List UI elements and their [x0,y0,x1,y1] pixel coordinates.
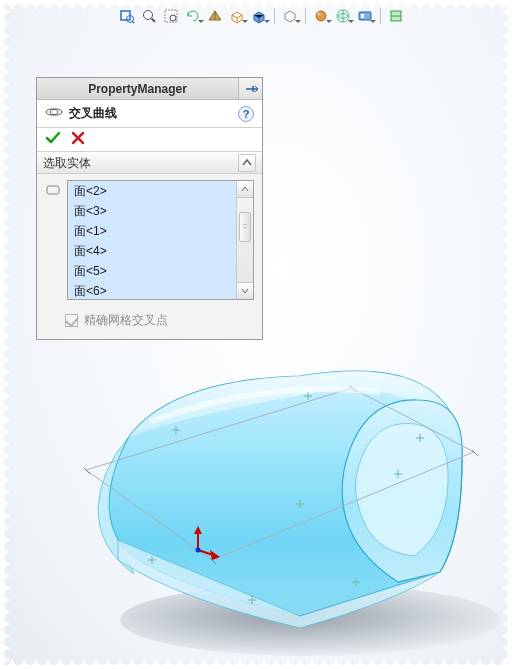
list-item[interactable]: 面<3> [68,201,236,221]
selection-listbox[interactable]: 面<2> 面<3> 面<1> 面<4> 面<5> 面<6> [67,180,254,300]
view-toolbar [118,6,405,26]
accurate-mesh-checkbox-row: 精确网格交叉点 [37,308,262,339]
svg-point-6 [170,15,176,21]
help-button[interactable]: ? [238,106,254,122]
pm-section-select-entities: 选取实体 面<2> 面<3> 面<1> 面<4> 面<5> 面<6> [37,152,262,339]
listbox-scrollbar[interactable] [236,181,253,299]
toolbar-separator [274,8,275,24]
section-header[interactable]: 选取实体 [37,152,262,174]
pm-actions [37,128,262,152]
pm-feature-name: 交叉曲线 [69,105,232,122]
scroll-track[interactable] [237,198,253,282]
prev-view-icon[interactable] [184,7,202,25]
svg-line-2 [132,21,134,23]
zoom-window-icon[interactable] [162,7,180,25]
edit-appearance-icon[interactable] [312,7,330,25]
svg-point-8 [316,11,326,21]
list-item[interactable]: 面<5> [68,261,236,281]
scroll-down-button[interactable] [237,282,253,299]
scroll-thumb[interactable] [239,212,251,242]
svg-line-4 [152,19,156,23]
pm-titlebar: PropertyManager [37,78,262,100]
svg-rect-12 [359,12,371,20]
accurate-mesh-label: 精确网格交叉点 [84,312,168,329]
svg-point-9 [317,12,321,16]
zoom-to-fit-icon[interactable] [118,7,136,25]
list-item[interactable]: 面<1> [68,221,236,241]
display-style-icon[interactable] [250,7,268,25]
accurate-mesh-checkbox[interactable] [65,314,78,327]
svg-marker-45 [210,550,220,560]
selection-filter-icon[interactable] [45,180,61,300]
list-item[interactable]: 面<4> [68,241,236,261]
origin-triad-icon [188,526,222,560]
toolbar-separator [380,8,381,24]
collapse-button[interactable] [238,154,256,172]
pm-title: PropertyManager [37,78,238,99]
svg-rect-20 [47,186,59,194]
svg-point-46 [196,548,201,553]
toolbar-separator [305,8,306,24]
cancel-button[interactable] [71,131,85,148]
section-view-icon[interactable] [206,7,224,25]
scroll-up-button[interactable] [237,181,253,198]
section-title: 选取实体 [43,155,238,172]
svg-point-3 [144,11,153,20]
magnifier-icon[interactable] [140,7,158,25]
list-item[interactable]: 面<6> [68,281,236,299]
selection-list[interactable]: 面<2> 面<3> 面<1> 面<4> 面<5> 面<6> [68,181,236,299]
list-item[interactable]: 面<2> [68,181,236,201]
pin-button[interactable] [238,78,262,99]
apply-scene-icon[interactable] [334,7,352,25]
hide-show-icon[interactable] [281,7,299,25]
svg-marker-43 [194,526,202,534]
ok-button[interactable] [45,130,61,149]
view-settings-icon[interactable] [356,7,374,25]
svg-rect-13 [361,14,364,18]
intersection-curve-icon [45,104,63,123]
view-orientation-icon[interactable] [228,7,246,25]
rebuild-icon[interactable] [387,7,405,25]
property-manager-panel: PropertyManager 交叉曲线 ? 选取实体 [36,77,263,340]
pm-feature-header: 交叉曲线 ? [37,100,262,128]
